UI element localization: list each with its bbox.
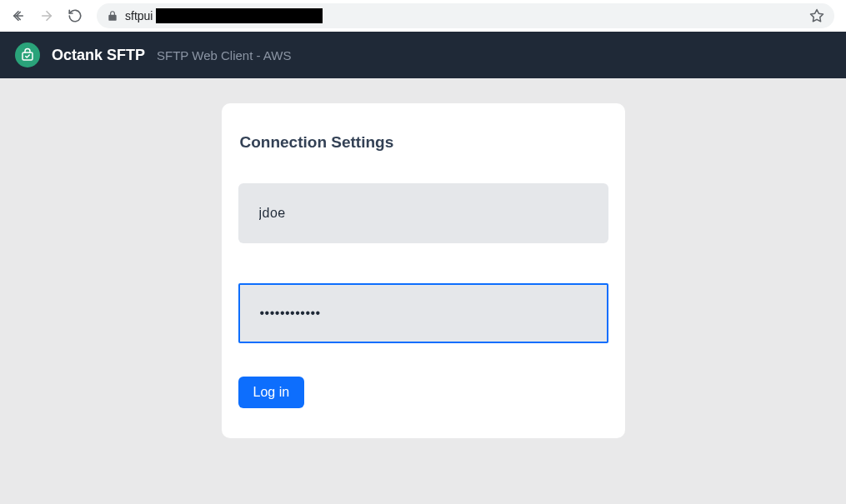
login-button[interactable]: Log in (238, 377, 305, 408)
password-field[interactable] (238, 283, 608, 343)
svg-marker-3 (811, 10, 823, 22)
main-content: Connection Settings Log in (0, 78, 846, 438)
reload-button[interactable] (63, 4, 87, 27)
browser-toolbar: sftpui (0, 0, 846, 32)
username-field[interactable] (238, 183, 608, 243)
login-card: Connection Settings Log in (222, 103, 625, 438)
brand-name: Octank SFTP (52, 47, 145, 64)
brand-logo-icon (15, 42, 40, 67)
forward-button[interactable] (35, 4, 58, 27)
app-header: Octank SFTP SFTP Web Client - AWS (0, 32, 846, 78)
lock-icon (107, 10, 118, 22)
url-redacted (156, 8, 323, 23)
bookmark-star-icon[interactable] (809, 8, 824, 23)
back-button[interactable] (7, 4, 30, 27)
url-text: sftpui (125, 9, 153, 22)
card-title: Connection Settings (238, 133, 608, 152)
address-bar[interactable]: sftpui (97, 3, 834, 28)
brand-subtitle: SFTP Web Client - AWS (157, 48, 291, 62)
